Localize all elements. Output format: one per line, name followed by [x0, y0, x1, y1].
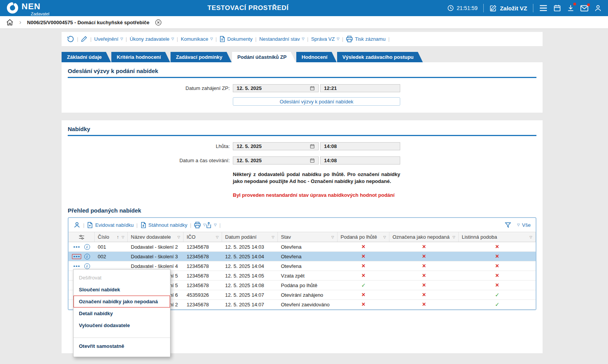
close-record-icon[interactable]	[155, 19, 162, 26]
action-ukony-zadavatele[interactable]: Úkony zadavatele▽	[130, 36, 174, 42]
column-header-ico[interactable]: IČO▽	[184, 232, 222, 242]
start-date-value: 12. 5. 2025	[237, 85, 262, 91]
filter-icon[interactable]	[505, 222, 511, 228]
column-header-oznacena-jako-nepodana[interactable]: Označena jako nepodaná▽	[389, 232, 459, 242]
action-komunikace[interactable]: Komunikace▽	[181, 36, 213, 42]
cell-datum-podani: 12. 5. 2025 14:08	[222, 281, 278, 290]
calendar-icon[interactable]	[553, 4, 561, 12]
filter-caret-icon[interactable]: ▽	[453, 235, 455, 239]
x-mark-icon: ×	[422, 253, 426, 259]
start-time-field[interactable]: 12:21	[320, 84, 400, 92]
pencil-icon[interactable]	[81, 36, 87, 42]
opening-date-field[interactable]: 12. 5. 2025	[233, 156, 319, 165]
table-row[interactable]: i002Dodavatel - školení 31234567812. 5. …	[68, 252, 536, 261]
action-nestandardni-stav[interactable]: Nestandardní stav▽	[259, 36, 304, 42]
filter-caret-icon[interactable]: ▽	[383, 235, 386, 239]
column-header-podana-po-lhute[interactable]: Podaná po lhůtě▽	[337, 232, 389, 242]
x-mark-icon: ×	[422, 282, 426, 288]
row-info-button[interactable]: i	[84, 244, 90, 250]
breadcrumb-record[interactable]: N006/25/V00004575 - Domácí kuchyňské spo…	[27, 20, 149, 25]
chevron-down-icon: ▽	[517, 223, 520, 227]
menu-item-otevrit-samostatne[interactable]: Otevřít samostatně	[73, 340, 170, 352]
calendar-picker-icon[interactable]	[310, 158, 315, 163]
downloads-icon[interactable]	[567, 4, 575, 12]
x-mark-icon: ×	[362, 273, 365, 279]
divider: |	[342, 36, 343, 42]
cell-listinna-podoba: ✓	[459, 290, 536, 299]
filter-caret-icon[interactable]: ▽	[331, 235, 334, 239]
history-icon[interactable]	[67, 35, 74, 43]
column-header-settings[interactable]	[68, 232, 95, 242]
calendar-picker-icon[interactable]	[310, 144, 315, 149]
check-icon: ✓	[495, 292, 499, 298]
action-uverejneni[interactable]: Uveřejnění▽	[94, 36, 123, 42]
action-sprava-vz[interactable]: Správa VZ▽	[311, 36, 339, 42]
stahnout-nabidky-button[interactable]: Stáhnout nabídky	[140, 222, 187, 228]
tab-hodnoceni[interactable]: Hodnocení	[296, 52, 337, 62]
cell-listinna-podoba: ✓	[459, 300, 536, 309]
deadline-date-field[interactable]: 12. 5. 2025	[233, 142, 319, 150]
row-controls: i	[68, 242, 95, 251]
deadline-time-field[interactable]: 14:08	[320, 142, 400, 150]
export-icon	[206, 222, 212, 228]
evidovat-nabidku-button[interactable]: Evidovat nabídku	[87, 222, 134, 228]
cell-stav: Otevřena	[278, 261, 337, 271]
column-label: IČO	[187, 234, 214, 240]
row-menu-button[interactable]	[72, 244, 81, 250]
tab-podani-ucastniku-zp[interactable]: Podání účastníků ZP	[232, 52, 296, 62]
divider: |	[219, 222, 220, 228]
menu-item-slouceni-nabidek[interactable]: Sloučení nabídek	[73, 284, 170, 296]
start-date-field[interactable]: 12. 5. 2025	[233, 84, 319, 92]
user-icon[interactable]	[594, 4, 602, 12]
send-invitation-button[interactable]: Odeslání výzvy k podání nabídek	[233, 97, 400, 106]
x-mark-icon: ×	[362, 301, 365, 307]
cell-ico: 12345678	[184, 242, 222, 251]
filter-caret-icon[interactable]: ▽	[272, 235, 274, 239]
column-header-nazev-dodavatele[interactable]: Název dodavatele▽	[128, 232, 184, 242]
messages-icon[interactable]	[580, 5, 588, 12]
home-icon[interactable]	[6, 19, 13, 26]
nen-logo[interactable]: NEN Zadavatel	[6, 0, 49, 16]
filter-caret-icon[interactable]: ▽	[216, 235, 219, 239]
menu-item-vylouceni-dodavatele[interactable]: Vyloučení dodavatele	[73, 319, 170, 331]
calendar-picker-icon[interactable]	[310, 86, 315, 91]
participants-icon[interactable]	[73, 221, 80, 228]
menu-item-oznaceni-nabidky-jako-nepodana[interactable]: Označení nabídky jako nepodaná	[73, 296, 170, 307]
opening-time-field[interactable]: 14:08	[320, 156, 400, 165]
section-underline	[68, 135, 536, 136]
cell-podana-po-lhute: ✓	[337, 281, 389, 290]
cell-datum-podani: 12. 5. 2025 14:04	[222, 261, 278, 271]
row-menu-button[interactable]	[72, 264, 81, 269]
menu-item-detail-nabidky[interactable]: Detail nabídky	[73, 307, 170, 319]
grid-export-button[interactable]: ▽	[206, 222, 217, 228]
row-info-button[interactable]: i	[84, 263, 90, 269]
grid-print-button[interactable]: ▽	[194, 222, 206, 228]
column-header-listinna-podoba[interactable]: Listinná podoba▽	[459, 232, 536, 242]
tab-vysledek-zadavaciho-postupu[interactable]: Výsledek zadávacího postupu	[337, 52, 423, 62]
cell-oznacena-jako-nepodana: ×	[389, 300, 459, 309]
cell-oznacena-jako-nepodana: ×	[389, 261, 459, 271]
filter-all-dropdown[interactable]: ▽ Vše	[517, 222, 531, 228]
tab-kriteria-hodnoceni[interactable]: Kritéria hodnocení	[111, 52, 170, 62]
filter-caret-icon[interactable]: ▽	[529, 235, 532, 239]
table-row[interactable]: i001Dodavatel - školení 21234567812. 5. …	[68, 242, 536, 252]
evidovat-label: Evidovat nabídku	[95, 222, 134, 228]
cell-ico: 12345678	[184, 261, 222, 271]
action-dokumenty[interactable]: Dokumenty	[219, 36, 252, 42]
tab-zakladni-udaje[interactable]: Základní údaje	[62, 52, 111, 62]
cell-listinna-podoba: ×	[459, 242, 536, 251]
form-row: Datum zahájení ZP: 12. 5. 2025 12:21	[68, 84, 536, 92]
register-offer-icon	[87, 222, 93, 228]
column-header-stav[interactable]: Stav▽	[278, 232, 337, 242]
column-header-cislo[interactable]: Číslo↑▽	[95, 232, 128, 242]
row-menu-button[interactable]	[72, 254, 81, 259]
tab-zadavaci-podminky[interactable]: Zadávací podmínky	[170, 52, 232, 62]
column-header-datum-podani[interactable]: Datum podání▽	[222, 232, 278, 242]
create-vz-button[interactable]: Založit VZ	[489, 5, 527, 12]
filter-caret-icon[interactable]: ▽	[122, 235, 124, 239]
grid-toolbar-right: ▽ Vše	[505, 222, 531, 228]
row-info-button[interactable]: i	[84, 254, 90, 259]
action-tisk-zaznamu[interactable]: Tisk záznamu	[346, 36, 386, 42]
filter-caret-icon[interactable]: ▽	[177, 235, 180, 239]
menu-icon[interactable]	[539, 5, 548, 12]
